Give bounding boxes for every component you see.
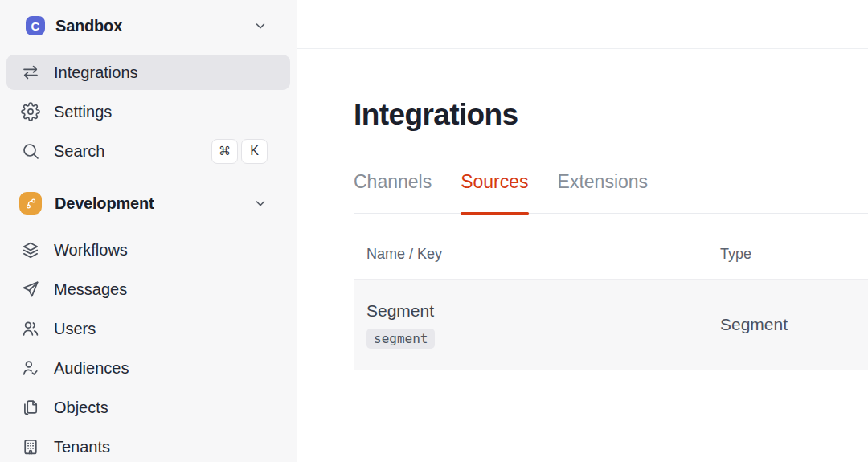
swap-arrows-icon xyxy=(21,63,40,82)
chevron-down-icon xyxy=(253,18,268,33)
tab-sources[interactable]: Sources xyxy=(461,171,528,213)
name-key-cell: Segment segment xyxy=(354,301,720,349)
layers-icon xyxy=(21,240,40,260)
sidebar-item-label: Integrations xyxy=(54,63,277,82)
copy-pages-icon xyxy=(21,398,40,417)
person-check-icon xyxy=(21,358,40,378)
sidebar-item-settings[interactable]: Settings xyxy=(6,94,290,129)
sidebar-item-label: Users xyxy=(54,320,277,338)
source-name: Segment xyxy=(366,301,720,321)
section-label: Development xyxy=(55,194,253,213)
tab-channels[interactable]: Channels xyxy=(354,171,432,213)
sidebar: C Sandbox Integrations Settings Search xyxy=(0,0,297,462)
branch-icon xyxy=(19,192,42,215)
sidebar-item-users[interactable]: Users xyxy=(6,311,290,346)
column-header-name-key: Name / Key xyxy=(354,246,720,263)
k-key: K xyxy=(241,139,268,164)
sidebar-item-label: Objects xyxy=(54,399,277,417)
cmd-key: ⌘ xyxy=(211,139,238,164)
sidebar-item-label: Settings xyxy=(54,103,277,121)
type-cell: Segment xyxy=(720,315,868,334)
main-content: Integrations Channels Sources Extensions… xyxy=(297,0,868,462)
search-shortcut: ⌘ K xyxy=(211,139,268,164)
sidebar-item-objects[interactable]: Objects xyxy=(6,390,290,425)
sidebar-item-audiences[interactable]: Audiences xyxy=(6,350,290,386)
source-key-badge: segment xyxy=(366,329,435,349)
top-bar xyxy=(297,0,868,49)
sources-table: Name / Key Type Segment segment Segment xyxy=(354,214,868,370)
sidebar-item-messages[interactable]: Messages xyxy=(6,272,290,307)
table-row[interactable]: Segment segment Segment xyxy=(354,279,868,370)
users-icon xyxy=(21,319,40,338)
integrations-page: Integrations Channels Sources Extensions… xyxy=(297,97,868,370)
sidebar-item-label: Audiences xyxy=(54,359,277,378)
tab-extensions[interactable]: Extensions xyxy=(558,171,649,213)
gear-icon xyxy=(21,102,40,121)
sidebar-item-integrations[interactable]: Integrations xyxy=(6,55,290,90)
sidebar-item-label: Tenants xyxy=(54,438,277,456)
paper-plane-icon xyxy=(21,280,40,299)
search-icon xyxy=(21,141,40,161)
sidebar-item-tenants[interactable]: Tenants xyxy=(6,429,290,462)
sidebar-item-workflows[interactable]: Workflows xyxy=(6,232,290,268)
sidebar-item-search[interactable]: Search ⌘ K xyxy=(6,133,290,169)
tab-bar: Channels Sources Extensions xyxy=(354,171,868,214)
sidebar-section-development[interactable]: Development xyxy=(6,183,290,223)
table-header: Name / Key Type xyxy=(354,214,868,279)
sidebar-item-label: Messages xyxy=(54,280,277,299)
building-icon xyxy=(21,437,40,456)
workspace-switcher[interactable]: C Sandbox xyxy=(6,10,290,42)
workspace-logo: C xyxy=(26,16,45,35)
sidebar-item-label: Workflows xyxy=(54,241,277,260)
sidebar-item-label: Search xyxy=(54,142,211,161)
page-title: Integrations xyxy=(354,97,868,133)
workspace-name: Sandbox xyxy=(55,17,253,35)
column-header-type: Type xyxy=(720,246,868,263)
chevron-down-icon xyxy=(253,196,268,211)
